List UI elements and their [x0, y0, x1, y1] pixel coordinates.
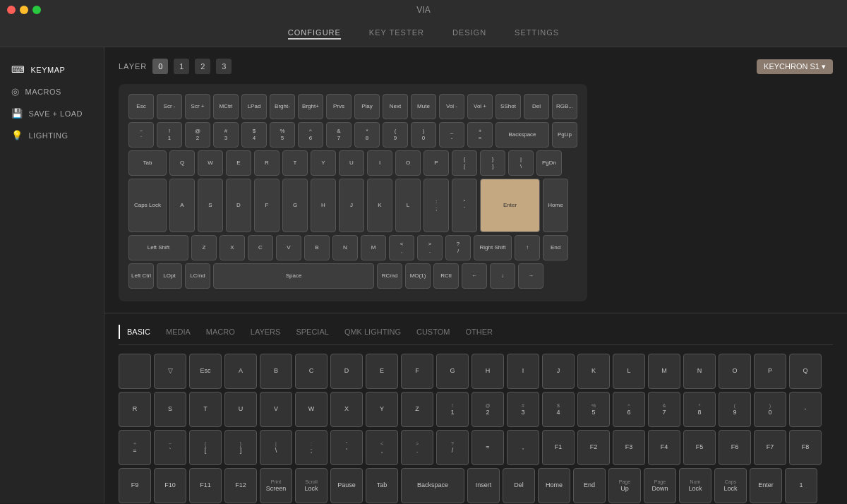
key-lopt[interactable]: LOpt: [157, 263, 182, 289]
picker-key-pause[interactable]: Pause: [330, 468, 363, 503]
sidebar-item-keymap[interactable]: ⌨ KEYMAP: [0, 59, 104, 80]
key-rgb[interactable]: RGB...: [552, 94, 577, 119]
layer-btn-0[interactable]: 0: [152, 59, 168, 74]
key-lcmd[interactable]: LCmd: [185, 263, 210, 289]
picker-key-t[interactable]: T: [189, 392, 222, 427]
key-0[interactable]: )0: [411, 122, 436, 148]
key-c[interactable]: C: [248, 235, 273, 260]
key-f[interactable]: F: [254, 179, 280, 232]
key-h[interactable]: H: [311, 179, 336, 232]
picker-section-macro[interactable]: MACRO: [198, 325, 242, 339]
key-t[interactable]: T: [282, 150, 308, 176]
picker-key-0[interactable]: )0: [754, 392, 786, 427]
key-1[interactable]: !1: [157, 122, 182, 148]
key-8[interactable]: *8: [354, 122, 380, 148]
picker-key-y[interactable]: Y: [366, 392, 398, 427]
key-brght-plus[interactable]: Brght+: [298, 94, 323, 119]
picker-key-w[interactable]: W: [295, 392, 328, 427]
close-button[interactable]: [7, 6, 16, 14]
picker-key-a[interactable]: A: [224, 354, 257, 389]
key-vol-plus[interactable]: Vol +: [467, 94, 493, 119]
key-2[interactable]: @2: [185, 122, 210, 148]
picker-key-l[interactable]: L: [613, 354, 645, 389]
picker-key-equals[interactable]: +=: [119, 430, 151, 465]
picker-section-media[interactable]: MEDIA: [157, 325, 198, 339]
picker-key-eq2[interactable]: =: [471, 430, 504, 465]
picker-key-e[interactable]: E: [366, 354, 398, 389]
picker-key-z[interactable]: Z: [401, 392, 433, 427]
picker-key-x[interactable]: X: [330, 392, 363, 427]
key-period[interactable]: >.: [417, 235, 443, 260]
key-mo1[interactable]: MO(1): [405, 263, 431, 289]
picker-key-n[interactable]: N: [683, 354, 716, 389]
picker-key-esc[interactable]: Esc: [189, 354, 222, 389]
picker-key-backspace[interactable]: Backspace: [401, 468, 464, 503]
picker-key-f10[interactable]: F10: [154, 468, 186, 503]
picker-key-period[interactable]: >.: [401, 430, 433, 465]
picker-key-o[interactable]: O: [719, 354, 751, 389]
picker-key-h[interactable]: H: [471, 354, 504, 389]
key-pgdn[interactable]: PgDn: [536, 150, 562, 176]
key-b[interactable]: B: [304, 235, 330, 260]
picker-key-f12[interactable]: F12: [224, 468, 257, 503]
layer-btn-3[interactable]: 3: [216, 59, 232, 74]
key-left-ctrl[interactable]: Left Ctrl: [128, 263, 154, 289]
picker-key-print-screen[interactable]: PrintScreen: [260, 468, 292, 503]
key-play[interactable]: Play: [354, 94, 380, 119]
key-prvs[interactable]: Prvs: [326, 94, 352, 119]
key-z[interactable]: Z: [191, 235, 217, 260]
key-a[interactable]: A: [169, 179, 195, 232]
picker-key-page-up[interactable]: PageUp: [608, 468, 641, 503]
key-left[interactable]: ←: [462, 263, 487, 289]
picker-key-f1[interactable]: F1: [542, 430, 575, 465]
key-home[interactable]: Home: [543, 179, 568, 232]
picker-key-p[interactable]: P: [754, 354, 786, 389]
key-3[interactable]: #3: [213, 122, 239, 148]
key-l[interactable]: L: [395, 179, 421, 232]
key-q[interactable]: Q: [169, 150, 195, 176]
picker-key-f5[interactable]: F5: [683, 430, 716, 465]
key-next[interactable]: Next: [383, 94, 408, 119]
device-selector[interactable]: KEYCHRON S1 ▾: [757, 59, 833, 74]
picker-section-other[interactable]: OTHER: [457, 325, 500, 339]
key-tilde[interactable]: ~`: [128, 122, 154, 148]
key-7[interactable]: &7: [326, 122, 352, 148]
key-rbracket[interactable]: }]: [480, 150, 505, 176]
layer-btn-1[interactable]: 1: [174, 59, 189, 74]
picker-key-semicolon[interactable]: :;: [295, 430, 328, 465]
key-u[interactable]: U: [339, 150, 364, 176]
key-rcmd[interactable]: RCmd: [377, 263, 402, 289]
nav-design[interactable]: DESIGN: [452, 27, 486, 40]
key-e[interactable]: E: [226, 150, 251, 176]
key-left-shift[interactable]: Left Shift: [128, 235, 188, 260]
key-mute[interactable]: Mute: [411, 94, 436, 119]
key-k[interactable]: K: [367, 179, 392, 232]
key-tab[interactable]: Tab: [128, 150, 167, 176]
key-lbracket[interactable]: {[: [452, 150, 477, 176]
key-quote[interactable]: "': [452, 179, 477, 232]
key-j[interactable]: J: [339, 179, 364, 232]
picker-key-f8[interactable]: F8: [789, 430, 822, 465]
key-scr-minus[interactable]: Scr -: [157, 94, 182, 119]
nav-configure[interactable]: CONFIGURE: [288, 27, 341, 40]
picker-key-f9[interactable]: F9: [119, 468, 151, 503]
picker-key-grave[interactable]: ~`: [154, 430, 186, 465]
key-m[interactable]: M: [361, 235, 386, 260]
maximize-button[interactable]: [32, 6, 41, 14]
picker-key-quote[interactable]: "': [330, 430, 363, 465]
picker-key-f2[interactable]: F2: [577, 430, 610, 465]
picker-key-num-lock[interactable]: NumLock: [679, 468, 711, 503]
picker-key-end[interactable]: End: [573, 468, 606, 503]
picker-key-scroll-lock[interactable]: ScrollLock: [295, 468, 328, 503]
picker-key-comma[interactable]: <,: [366, 430, 398, 465]
key-brght-minus[interactable]: Brght-: [270, 94, 295, 119]
key-minus[interactable]: _-: [439, 122, 464, 148]
picker-key-i[interactable]: I: [507, 354, 539, 389]
key-n[interactable]: N: [332, 235, 358, 260]
key-5[interactable]: %5: [270, 122, 295, 148]
picker-key-backslash[interactable]: |\: [260, 430, 292, 465]
key-y[interactable]: Y: [311, 150, 336, 176]
picker-key-rbracket[interactable]: }]: [224, 430, 257, 465]
picker-key-5[interactable]: %5: [577, 392, 610, 427]
key-i[interactable]: I: [367, 150, 392, 176]
